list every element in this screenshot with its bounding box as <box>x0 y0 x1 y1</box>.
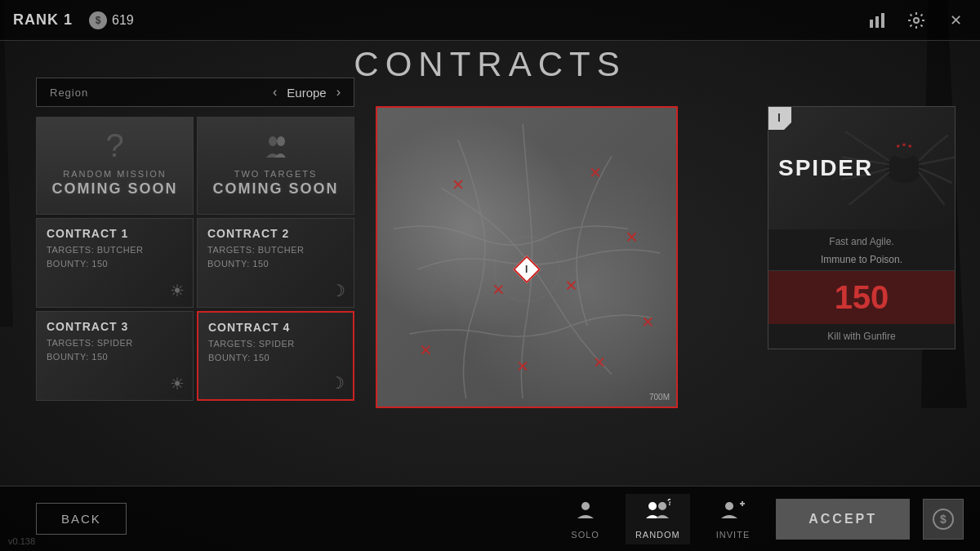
svg-point-35 <box>725 502 733 510</box>
two-targets-tile[interactable]: TWO TARGETS COMING SOON <box>197 117 354 215</box>
svg-point-29 <box>902 143 906 146</box>
svg-point-32 <box>648 502 657 510</box>
invite-label: INVITE <box>716 530 750 540</box>
contract-2-title: CONTRACT 2 <box>207 227 344 240</box>
contract-1-title: CONTRACT 1 <box>47 227 183 240</box>
random-mission-tile[interactable]: ? RANDOM MISSION COMING SOON <box>36 117 194 215</box>
svg-rect-1 <box>875 16 879 28</box>
left-panel: Region ‹ Europe › ? RANDOM MISSION COMIN… <box>36 78 354 401</box>
close-button[interactable]: ✕ <box>944 9 967 32</box>
contract-4-targets: TARGETS: SPIDER <box>208 337 343 351</box>
contract-4-tile[interactable]: CONTRACT 4 TARGETS: SPIDER BOUNTY: 150 ☽ <box>197 311 354 401</box>
two-targets-label: TWO TARGETS <box>234 169 318 179</box>
random-mission-icon: ? <box>105 127 123 164</box>
mode-buttons: SOLO ? RANDOM <box>561 494 760 544</box>
contract-2-icon: ☽ <box>331 281 345 300</box>
contract-1-bounty: BOUNTY: 150 <box>47 257 183 271</box>
random-mission-label: RANDOM MISSION <box>63 169 166 179</box>
target-card: I <box>768 106 956 349</box>
contract-4-icon: ☽ <box>330 373 345 393</box>
two-targets-icon <box>265 135 287 164</box>
random-mode-button[interactable]: ? RANDOM <box>626 494 690 544</box>
contract-1-tile[interactable]: CONTRACT 1 TARGETS: BUTCHER BOUNTY: 150 … <box>36 218 194 308</box>
contract-1-targets: TARGETS: BUTCHER <box>47 243 183 257</box>
solo-icon <box>574 499 597 527</box>
target-image-area: SPIDER <box>768 107 955 229</box>
target-condition: Kill with Gunfire <box>768 324 955 349</box>
contract-3-targets: TARGETS: SPIDER <box>47 336 183 350</box>
solo-mode-button[interactable]: SOLO <box>561 494 609 544</box>
stats-button[interactable] <box>866 9 889 32</box>
contract-4-title: CONTRACT 4 <box>208 321 343 334</box>
map-marker-label: I <box>525 264 528 275</box>
bottom-bar: BACK SOLO ? RANDOM <box>0 486 980 551</box>
svg-text:?: ? <box>667 499 670 507</box>
region-prev-arrow[interactable]: ‹ <box>273 85 277 100</box>
svg-point-31 <box>581 502 590 510</box>
contract-3-icon: ☀ <box>170 374 185 393</box>
target-trait: Immune to Poison. <box>768 249 955 271</box>
map-area: I 700M <box>376 106 678 408</box>
region-next-arrow[interactable]: › <box>336 85 341 100</box>
currency-button[interactable]: $ <box>923 499 964 540</box>
contract-2-tile[interactable]: CONTRACT 2 TARGETS: BUTCHER BOUNTY: 150 … <box>197 218 354 308</box>
random-mission-status: COMING SOON <box>51 180 177 198</box>
contract-grid: ? RANDOM MISSION COMING SOON TWO TARGETS <box>36 117 354 401</box>
region-name: Europe <box>287 86 326 100</box>
back-button[interactable]: BACK <box>36 503 127 535</box>
top-bar-right: ✕ <box>866 9 967 32</box>
region-label: Region <box>50 87 88 99</box>
svg-point-3 <box>914 18 919 23</box>
random-icon: ? <box>644 499 670 527</box>
target-subtitle: Fast and Agile. <box>768 229 955 249</box>
svg-rect-0 <box>870 20 873 28</box>
contract-1-icon: ☀ <box>170 281 185 300</box>
region-nav: ‹ Europe › <box>273 85 341 100</box>
svg-rect-2 <box>881 13 884 28</box>
map-zoom: 700M <box>649 393 670 402</box>
contract-2-bounty: BOUNTY: 150 <box>207 257 344 271</box>
top-bar-left: RANK 1 $ 619 <box>13 11 134 29</box>
map-container: I 700M <box>376 106 678 408</box>
currency-display: $ 619 <box>89 11 134 29</box>
two-targets-status: COMING SOON <box>212 180 338 198</box>
svg-point-5 <box>277 136 285 146</box>
random-label: RANDOM <box>635 530 680 540</box>
contract-3-tile[interactable]: CONTRACT 3 TARGETS: SPIDER BOUNTY: 150 ☀ <box>36 311 194 401</box>
contract-3-title: CONTRACT 3 <box>47 320 183 333</box>
close-icon: ✕ <box>950 11 962 29</box>
region-selector: Region ‹ Europe › <box>36 78 354 107</box>
target-name: SPIDER <box>768 149 955 188</box>
bounty-amount: 150 <box>835 279 889 316</box>
invite-icon <box>719 499 746 527</box>
target-bounty: 150 <box>768 271 955 324</box>
currency-amount: 619 <box>112 13 134 28</box>
top-bar: RANK 1 $ 619 ✕ <box>0 0 980 41</box>
svg-text:$: $ <box>940 513 947 526</box>
target-panel: I <box>768 106 956 349</box>
svg-point-30 <box>908 144 911 148</box>
contract-4-bounty: BOUNTY: 150 <box>208 351 343 365</box>
settings-button[interactable] <box>905 9 928 32</box>
contract-3-bounty: BOUNTY: 150 <box>47 350 183 364</box>
svg-point-4 <box>269 136 277 146</box>
currency-icon: $ <box>89 11 107 29</box>
svg-point-28 <box>897 144 900 148</box>
accept-button[interactable]: ACCEPT <box>776 499 910 540</box>
rank-label: RANK 1 <box>13 11 73 29</box>
solo-label: SOLO <box>571 530 599 540</box>
invite-mode-button[interactable]: INVITE <box>706 494 760 544</box>
version-label: v0.138 <box>8 536 35 546</box>
svg-point-33 <box>658 502 666 510</box>
contract-2-targets: TARGETS: BUTCHER <box>207 243 344 257</box>
